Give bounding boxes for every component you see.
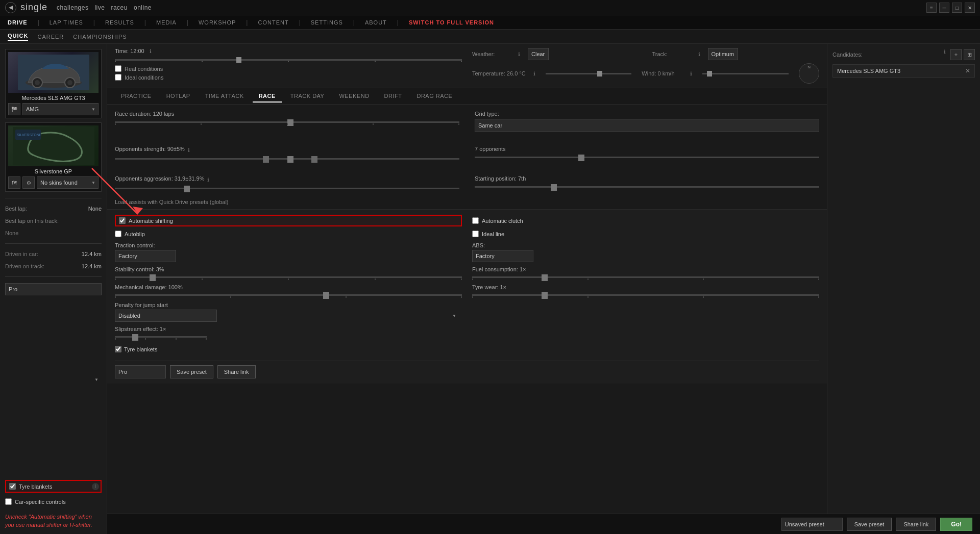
weather-select[interactable]: Clear xyxy=(528,48,549,60)
add-candidate-button[interactable]: + xyxy=(950,49,962,60)
opponents-count-slider[interactable] xyxy=(475,154,819,160)
wind-slider[interactable] xyxy=(702,71,789,76)
time-info-icon[interactable]: ℹ xyxy=(150,48,152,54)
slipstream-slider[interactable] xyxy=(115,334,459,340)
candidate-item: Mercedes SLS AMG GT3 ✕ xyxy=(832,64,975,78)
car-team-select[interactable]: AMG xyxy=(22,103,99,115)
wind-compass[interactable]: N xyxy=(799,63,819,84)
opponents-aggression-info-icon[interactable]: ℹ xyxy=(207,177,209,183)
car-controls-checkbox[interactable] xyxy=(5,498,12,505)
nav-settings[interactable]: SETTINGS xyxy=(311,19,343,26)
subnav-quick[interactable]: QUICK xyxy=(8,33,28,41)
ideal-line-checkbox[interactable] xyxy=(472,231,479,237)
grid-candidate-button[interactable]: ⊞ xyxy=(964,49,975,60)
candidates-info-icon[interactable]: ℹ xyxy=(944,49,946,60)
opponents-strength-slider[interactable] xyxy=(115,156,459,162)
share-link-button[interactable]: Share link xyxy=(217,365,256,378)
car-flag-icon[interactable]: 🏁 xyxy=(8,103,20,115)
remove-candidate-button[interactable]: ✕ xyxy=(965,67,970,74)
nav-online[interactable]: online xyxy=(134,4,152,11)
tyre-wear-slider[interactable] xyxy=(472,292,819,298)
track-settings-icon[interactable]: ⚙ xyxy=(22,176,35,189)
tab-weekend[interactable]: WEEKEND xyxy=(333,90,375,103)
opponents-strength-thumb[interactable] xyxy=(287,156,293,163)
car-card: Mercedes SLS AMG GT3 🏁 AMG xyxy=(5,49,102,118)
nav-drive[interactable]: DRIVE xyxy=(8,19,28,26)
nav-raceu[interactable]: raceu xyxy=(111,4,128,11)
preset-select[interactable]: Pro xyxy=(115,365,166,378)
tyre-wear-thumb[interactable] xyxy=(542,292,548,299)
temp-slider[interactable] xyxy=(546,71,632,76)
nav-live[interactable]: live xyxy=(94,4,105,11)
subnav-career[interactable]: CAREER xyxy=(37,34,64,40)
bottom-save-preset-button[interactable]: Save preset xyxy=(847,518,892,531)
wind-slider-thumb[interactable] xyxy=(707,71,712,77)
switch-full-version[interactable]: SWITCH TO FULL VERSION xyxy=(409,19,494,26)
tab-drift[interactable]: DRIFT xyxy=(378,90,408,103)
track-icon[interactable]: 🗺 xyxy=(8,176,20,189)
track-info-icon[interactable]: ℹ xyxy=(698,52,700,57)
mech-damage-slider[interactable] xyxy=(115,292,462,298)
nav-about[interactable]: ABOUT xyxy=(365,19,387,26)
fuel-slider[interactable] xyxy=(472,274,819,280)
menu-button[interactable]: ≡ xyxy=(926,3,937,13)
go-button[interactable]: Go! xyxy=(940,518,972,531)
real-conditions-checkbox[interactable] xyxy=(115,65,121,72)
opponents-aggression-slider[interactable] xyxy=(115,185,459,191)
maximize-button[interactable]: □ xyxy=(952,3,962,13)
minimize-button[interactable]: ─ xyxy=(939,3,949,13)
skins-select[interactable]: No skins found xyxy=(37,176,99,189)
tab-hotlap[interactable]: HOTLAP xyxy=(160,90,197,103)
track-card: SILVERSTONE Silverstone GP 🗺 ⚙ No skins … xyxy=(5,122,102,192)
difficulty-select[interactable]: Pro xyxy=(5,283,102,295)
race-duration-thumb[interactable] xyxy=(287,119,293,126)
tyre-blankets-checkbox[interactable] xyxy=(9,483,16,490)
temp-info-icon[interactable]: ℹ xyxy=(533,71,535,77)
opponents-aggression-thumb[interactable] xyxy=(184,186,190,192)
race-config-scroll[interactable]: Race duration: 120 laps xyxy=(107,105,827,534)
opponents-strength-info-icon[interactable]: ℹ xyxy=(188,147,190,153)
nav-media[interactable]: MEDIA xyxy=(156,19,177,26)
traction-control-select[interactable]: Factory xyxy=(115,250,176,262)
wind-info-icon[interactable]: ℹ xyxy=(690,71,692,77)
penalty-select[interactable]: Disabled xyxy=(115,310,217,322)
close-button[interactable]: ✕ xyxy=(965,3,975,13)
tab-race[interactable]: RACE xyxy=(253,90,282,103)
nav-challenges[interactable]: challenges xyxy=(57,4,88,11)
nav-lap-times[interactable]: LAP TIMES xyxy=(50,19,83,26)
bottom-share-link-button[interactable]: Share link xyxy=(896,518,936,531)
slipstream-thumb[interactable] xyxy=(132,334,138,341)
fuel-thumb[interactable] xyxy=(542,274,548,281)
subnav-championships[interactable]: CHAMPIONSHIPS xyxy=(73,34,127,40)
tyre-blankets-assist-checkbox[interactable] xyxy=(115,346,121,352)
grid-type-select[interactable]: Same car xyxy=(475,119,819,132)
tab-time-attack[interactable]: TIME ATTACK xyxy=(199,90,250,103)
nav-results[interactable]: RESULTS xyxy=(105,19,134,26)
tab-track-day[interactable]: TRACK DAY xyxy=(284,90,331,103)
tyre-blankets-info-icon[interactable]: i xyxy=(92,483,99,490)
tab-practice[interactable]: PRACTICE xyxy=(115,90,158,103)
abs-select[interactable]: Factory xyxy=(472,250,533,262)
nav-content[interactable]: CONTENT xyxy=(258,19,288,26)
weather-info-icon[interactable]: ℹ xyxy=(518,52,520,57)
nav-workshop[interactable]: WORKSHOP xyxy=(199,19,236,26)
tab-drag-race[interactable]: DRAG RACE xyxy=(410,90,458,103)
temp-slider-thumb[interactable] xyxy=(597,71,602,77)
starting-position-slider[interactable] xyxy=(475,184,819,190)
back-button[interactable]: ◀ xyxy=(5,2,16,13)
save-preset-button[interactable]: Save preset xyxy=(170,365,213,378)
ideal-conditions-checkbox[interactable] xyxy=(115,74,121,81)
autoblip-checkbox[interactable] xyxy=(115,231,121,237)
starting-position-thumb[interactable] xyxy=(551,184,557,191)
stability-thumb[interactable] xyxy=(150,274,156,281)
stability-slider[interactable] xyxy=(115,274,462,280)
time-slider-container[interactable] xyxy=(115,57,462,62)
opponents-count-item: 7 opponents xyxy=(475,146,819,162)
track-select[interactable]: Optimum xyxy=(708,48,738,60)
opponents-count-thumb[interactable] xyxy=(578,155,584,161)
bottom-preset-select[interactable]: Unsaved preset xyxy=(781,518,843,531)
auto-shifting-checkbox[interactable] xyxy=(119,217,126,224)
mech-damage-thumb[interactable] xyxy=(323,292,329,299)
race-duration-slider[interactable] xyxy=(115,119,459,125)
auto-clutch-checkbox[interactable] xyxy=(472,217,479,224)
